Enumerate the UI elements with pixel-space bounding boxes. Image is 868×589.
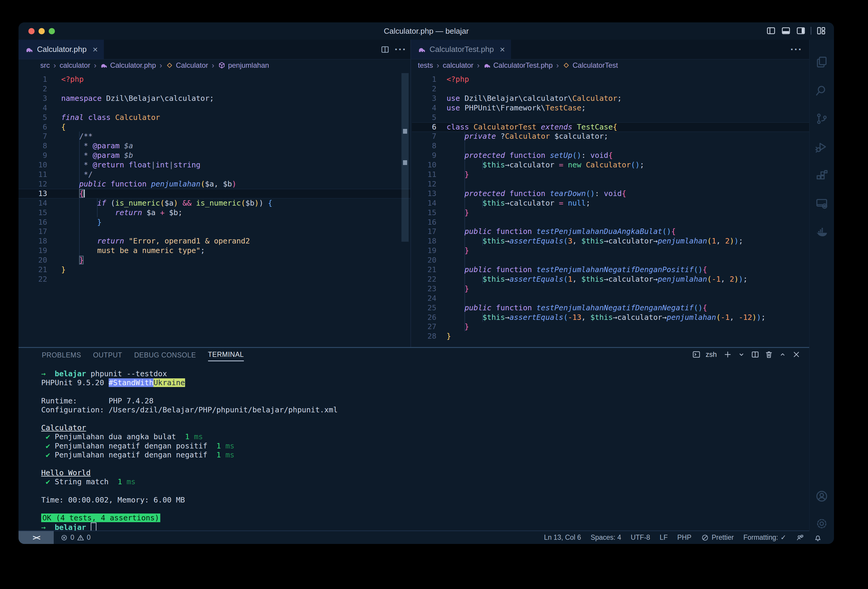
- code-token: <?php: [447, 75, 469, 84]
- code-token: }: [97, 218, 102, 227]
- status-item-lf[interactable]: LF: [660, 533, 668, 542]
- remote-indicator[interactable]: ><: [19, 531, 54, 544]
- line-number: 15: [412, 208, 436, 218]
- status-item[interactable]: [796, 533, 804, 542]
- code-token: @return: [93, 161, 124, 169]
- scrollbar[interactable]: [402, 73, 409, 242]
- status-item[interactable]: [814, 533, 822, 542]
- code-token: assertEquals: [509, 275, 564, 283]
- split-terminal-icon[interactable]: [751, 350, 760, 359]
- more-actions-icon[interactable]: ···: [790, 44, 802, 55]
- panel-border[interactable]: [19, 347, 834, 348]
- vscode-window: Calculator.php — belajar Calculator.php …: [19, 22, 834, 544]
- toggle-panel-icon[interactable]: [781, 26, 791, 36]
- code-line: 18 $this→assertEquals(3, $this→calculato…: [412, 236, 809, 246]
- code-token: $a: [124, 141, 133, 150]
- editor-group-divider[interactable]: [410, 40, 411, 348]
- status-item-formatting-[interactable]: Formatting:✓: [743, 533, 786, 542]
- code-token: testPenjumlahanNegatifDenganNegatif: [536, 303, 694, 312]
- breadcrumb-item[interactable]: tests: [418, 61, 433, 69]
- breadcrumb-item[interactable]: src: [40, 61, 50, 69]
- breadcrumb-item[interactable]: calculator: [443, 61, 473, 69]
- tab-calculator-php[interactable]: Calculator.php ×: [19, 40, 104, 59]
- breadcrumb-item[interactable]: Calculator: [166, 61, 208, 69]
- terminal-output[interactable]: → belajar phpunit --testdoxPHPUnit 9.5.2…: [41, 370, 807, 532]
- code-token: [178, 199, 182, 208]
- kill-terminal-icon[interactable]: [765, 350, 774, 359]
- run-debug-icon[interactable]: [815, 140, 829, 154]
- status-item-utf-8[interactable]: UTF-8: [631, 533, 650, 542]
- code-token: ): [752, 313, 757, 322]
- code-token: ;: [761, 313, 766, 322]
- editor-calculatortest-php[interactable]: 1<?php23use Dzil\Belajar\calculator\Calc…: [412, 75, 809, 347]
- editor-calculator-php[interactable]: 1<?php23namespace Dzil\Belajar\calculato…: [19, 75, 410, 347]
- files-icon[interactable]: [815, 55, 829, 69]
- maximize-panel-icon[interactable]: [778, 350, 787, 359]
- breadcrumb-item[interactable]: CalculatorTest: [562, 61, 618, 69]
- line-number: 21: [412, 265, 436, 274]
- search-icon[interactable]: [815, 84, 829, 97]
- code-token: $a, $b: [205, 180, 232, 188]
- breadcrumb-item[interactable]: penjumlahan: [218, 61, 269, 69]
- problems-status[interactable]: 0 0: [60, 531, 91, 544]
- panel-tab-debug-console[interactable]: DEBUG CONSOLE: [134, 351, 196, 361]
- close-tab-icon[interactable]: ×: [93, 44, 98, 54]
- panel-tab-terminal[interactable]: TERMINAL: [208, 350, 244, 361]
- code-token: ;: [739, 237, 743, 245]
- code-line: 21}: [19, 265, 410, 274]
- code-token: 1: [712, 237, 716, 245]
- code-line: 4: [19, 103, 410, 113]
- panel-tab-problems[interactable]: PROBLEMS: [42, 351, 81, 361]
- status-item-ln-13-col-6[interactable]: Ln 13, Col 6: [544, 533, 581, 542]
- line-number: 13: [19, 189, 47, 199]
- code-token: {: [613, 123, 617, 131]
- more-actions-icon[interactable]: ···: [395, 44, 406, 55]
- php-icon: [483, 62, 491, 69]
- status-item-spaces-4[interactable]: Spaces: 4: [591, 533, 621, 542]
- close-tab-icon[interactable]: ×: [500, 44, 505, 54]
- code-line: 1<?php: [19, 75, 410, 84]
- toggle-sidebar-icon[interactable]: [766, 26, 776, 36]
- shell-name[interactable]: zsh: [706, 350, 717, 359]
- terminal-dropdown-icon[interactable]: [737, 350, 746, 359]
- code-token: ;: [640, 161, 644, 169]
- code-token: {: [671, 227, 676, 236]
- code-token: {: [622, 189, 626, 198]
- breadcrumb-item[interactable]: Calculator.php: [100, 61, 156, 69]
- customize-layout-icon[interactable]: [816, 26, 826, 36]
- new-terminal-icon[interactable]: [723, 350, 732, 359]
- code-token: ): [254, 199, 259, 208]
- line-number: 9: [412, 151, 436, 160]
- class-icon: [562, 62, 570, 69]
- code-token: }: [465, 246, 469, 255]
- code-token: $b;: [164, 208, 182, 217]
- status-item-php[interactable]: PHP: [677, 533, 691, 542]
- code-line: 7 private ?Calculator $calculator;: [412, 132, 809, 141]
- panel-tab-output[interactable]: OUTPUT: [93, 351, 123, 361]
- source-control-icon[interactable]: [815, 112, 829, 126]
- code-token: ?: [496, 132, 505, 141]
- toggle-secondary-sidebar-icon[interactable]: [796, 26, 806, 36]
- code-token: Dzil\Belajar\calculator\: [460, 94, 572, 103]
- breadcrumb-item[interactable]: CalculatorTest.php: [483, 61, 553, 69]
- code-token: *: [84, 141, 93, 150]
- code-token: ): [259, 199, 268, 208]
- settings-icon[interactable]: [815, 517, 829, 530]
- code-token: penjumlahan: [658, 237, 707, 245]
- extensions-icon[interactable]: [815, 169, 829, 182]
- terminal-line: Hello World: [41, 468, 91, 478]
- line-number: 22: [19, 274, 47, 284]
- close-panel-icon[interactable]: [792, 350, 801, 359]
- editor-tab-bar: Calculator.php × ··· CalculatorTest.php …: [19, 40, 809, 59]
- code-token: (: [707, 237, 712, 245]
- terminal-line: Configuration: /Users/dzil/Belajar/PHP/p…: [41, 405, 338, 415]
- account-icon[interactable]: [815, 489, 829, 503]
- status-item-prettier[interactable]: Prettier: [701, 533, 734, 542]
- docker-icon[interactable]: [815, 225, 829, 239]
- terminal-text: ✔: [41, 451, 55, 459]
- breadcrumb-item[interactable]: calculator: [60, 61, 90, 69]
- remote-explorer-icon[interactable]: [815, 197, 829, 211]
- split-editor-icon[interactable]: [380, 45, 390, 54]
- tab-calculatortest-php[interactable]: CalculatorTest.php ×: [411, 40, 511, 59]
- code-token: }: [61, 265, 66, 274]
